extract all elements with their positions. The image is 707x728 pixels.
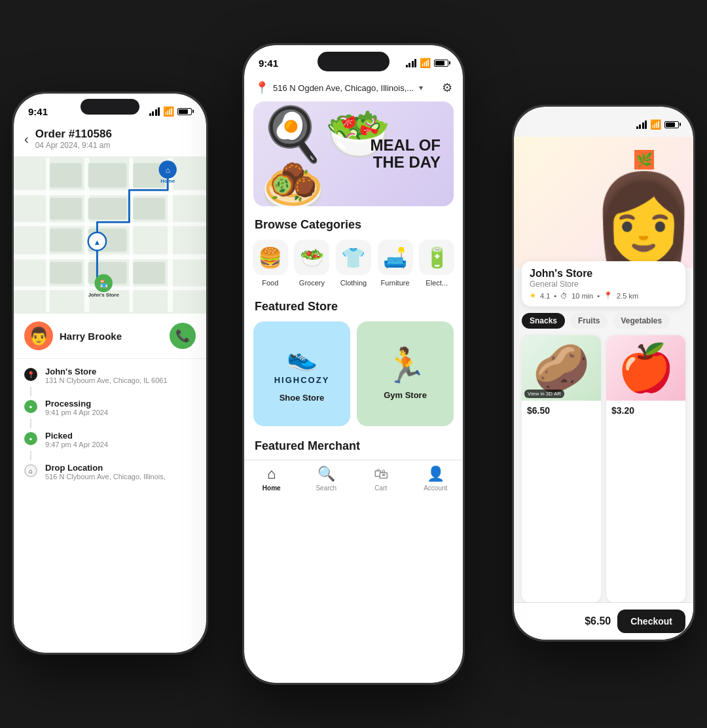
store-type: General Store <box>530 280 678 289</box>
timeline-processing: ● Processing 9:41 pm 4 Apr 2024 <box>24 399 196 416</box>
home-nav-label: Home <box>263 484 281 492</box>
svg-rect-7 <box>129 158 133 312</box>
location-text: 516 N Ogden Ave, Chicago, Illinois,... <box>273 83 414 93</box>
signal-icon-right <box>636 120 647 129</box>
timeline-drop: ⌂ Drop Location 516 N Clybourn Ave, Chic… <box>24 463 196 481</box>
category-furniture[interactable]: 🛋️ Furniture <box>376 240 415 287</box>
map-area: ⌂ Home ▲ 🏪 John's Store <box>14 156 206 314</box>
category-electronics[interactable]: 🔋 Elect... <box>417 240 456 287</box>
status-icons-left: 📶 <box>149 106 192 117</box>
svg-rect-5 <box>46 158 50 312</box>
drop-timeline-sub: 516 N Clybourn Ave, Chicago, Illinois, <box>45 473 166 481</box>
checkout-button[interactable]: Checkout <box>617 610 685 633</box>
status-icons-center: 📶 <box>406 58 449 68</box>
chip-vegetables[interactable]: Vegetables <box>613 313 670 329</box>
product-info-2: $3.20 <box>606 401 685 420</box>
grocery-category-label: Grocery <box>299 279 325 287</box>
category-grocery[interactable]: 🥗 Grocery <box>293 240 332 287</box>
location-bar[interactable]: 📍 516 N Ogden Ave, Chicago, Illinois,...… <box>244 75 463 101</box>
chevron-down-icon[interactable]: ▾ <box>419 83 423 92</box>
shoe-store-label: Shoe Store <box>280 393 325 403</box>
picked-timeline-title: Picked <box>45 431 108 441</box>
svg-text:Home: Home <box>160 178 175 184</box>
store-name: John's Store <box>530 268 678 280</box>
location-left[interactable]: 📍 516 N Ogden Ave, Chicago, Illinois,...… <box>255 81 423 95</box>
svg-rect-10 <box>88 163 127 187</box>
processing-timeline-info: Processing 9:41 pm 4 Apr 2024 <box>45 399 108 416</box>
store-timeline-title: John's Store <box>45 367 168 376</box>
svg-rect-1 <box>14 190 206 195</box>
center-phone: 9:41 📶 📍 516 N Ogden Ave, Chicago, Illin… <box>242 43 465 685</box>
product-info-chips: $6.50 <box>522 401 601 420</box>
order-number: Order #110586 <box>35 128 112 141</box>
timeline-line-3 <box>30 451 31 460</box>
cart-nav-icon: 🛍 <box>374 465 388 482</box>
nav-cart[interactable]: 🛍 Cart <box>354 465 408 492</box>
filter-icon[interactable]: ⚙ <box>442 81 452 95</box>
nav-search[interactable]: 🔍 Search <box>299 465 354 492</box>
product-card-2[interactable]: 🍎 $3.20 <box>606 335 685 602</box>
meta-separator-2: • <box>597 292 600 300</box>
picked-timeline-sub: 9:47 pm 4 Apr 2024 <box>45 441 108 448</box>
food-category-label: Food <box>262 279 278 287</box>
wifi-icon: 📶 <box>420 58 431 68</box>
search-nav-icon: 🔍 <box>317 465 335 482</box>
category-clothing[interactable]: 👕 Clothing <box>334 240 373 287</box>
location-icon-right: 📍 <box>604 291 613 300</box>
product-grid: 🥔 View in 3D AR $6.50 🍎 $3.20 <box>514 335 693 602</box>
nav-account[interactable]: 👤 Account <box>408 465 463 492</box>
wifi-icon-right: 📶 <box>650 119 661 130</box>
drop-timeline-title: Drop Location <box>45 463 166 473</box>
store-distance: 2.5 km <box>617 292 638 300</box>
ar-badge[interactable]: View in 3D AR <box>524 390 564 398</box>
status-time-left: 9:41 <box>28 106 48 117</box>
store-hero-figure: 👩 <box>590 168 693 268</box>
store-hero-decoration: 🌿 <box>634 150 654 170</box>
svg-rect-15 <box>50 228 82 251</box>
battery-icon-right <box>664 121 679 128</box>
meta-separator-1: • <box>554 292 556 300</box>
shoe-store-brand: HIGHCOZY <box>274 375 330 385</box>
nav-home[interactable]: ⌂ Home <box>244 465 299 492</box>
store-timeline-sub: 131 N Clybourn Ave, Chicago, IL 6061 <box>45 376 168 384</box>
dynamic-island-left <box>81 99 139 115</box>
timeline-line-1 <box>30 387 31 396</box>
category-food[interactable]: 🍔 Food <box>251 240 290 287</box>
product-card-chips[interactable]: 🥔 View in 3D AR $6.50 <box>522 335 601 602</box>
status-bar-right: 📶 <box>514 107 693 137</box>
svg-text:John's Store: John's Store <box>88 292 120 298</box>
chip-fruits[interactable]: Fruits <box>570 313 607 329</box>
account-nav-label: Account <box>424 484 447 492</box>
order-header: ‹ Order #110586 04 Apr 2024, 9:41 am <box>14 124 206 156</box>
delivery-avatar: 👨 <box>24 321 53 350</box>
store-timeline-info: John's Store 131 N Clybourn Ave, Chicago… <box>45 367 168 384</box>
shoe-store-icon: 👟 <box>287 345 317 370</box>
right-phone: 📶 👩 🌿 John's Store General Store ★ 4.1 •… <box>512 105 695 642</box>
status-icons-right: 📶 <box>636 119 680 130</box>
timeline-line-2 <box>30 419 31 428</box>
battery-icon-left <box>177 108 192 115</box>
svg-rect-13 <box>88 198 127 219</box>
checkout-bar: $6.50 Checkout <box>514 602 693 640</box>
product-price: $6.50 <box>527 405 550 416</box>
featured-store-title: Featured Store <box>244 297 463 321</box>
furniture-category-label: Furniture <box>381 279 410 287</box>
store-time: 10 min <box>571 292 593 300</box>
store-hero: 👩 🌿 <box>514 137 693 268</box>
gym-store-card[interactable]: 🏃 Gym Store <box>357 321 454 426</box>
signal-icon <box>406 59 417 67</box>
category-chips: Snacks Fruits Vegetables <box>514 306 693 335</box>
svg-rect-3 <box>14 254 206 259</box>
chip-snacks[interactable]: Snacks <box>522 313 565 329</box>
product-image-chips: 🥔 View in 3D AR <box>522 335 601 401</box>
svg-text:🏪: 🏪 <box>100 280 109 288</box>
electronics-category-icon: 🔋 <box>419 240 454 275</box>
shoe-store-card[interactable]: 👟 HIGHCOZY Shoe Store <box>253 321 350 426</box>
picked-timeline-icon: ● <box>24 432 37 445</box>
processing-timeline-icon: ● <box>24 400 37 413</box>
featured-merchant-title: Featured Merchant <box>244 437 463 460</box>
call-button[interactable]: 📞 <box>170 323 196 349</box>
signal-icon-left <box>149 107 160 116</box>
back-button[interactable]: ‹ <box>24 132 29 147</box>
account-nav-icon: 👤 <box>427 465 444 482</box>
